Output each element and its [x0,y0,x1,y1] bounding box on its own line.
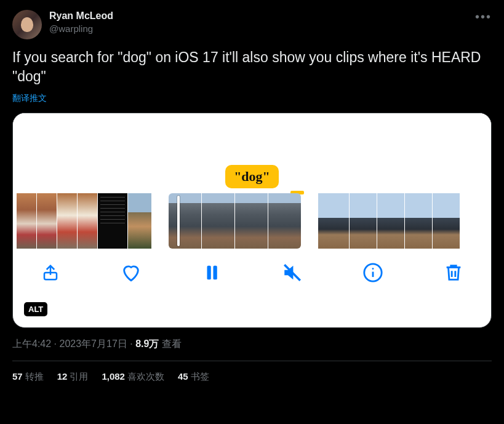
speaker-muted-icon [282,262,303,283]
thumbnail [202,193,234,249]
media-whitespace-top [13,113,491,165]
tweet-time[interactable]: 上午4:42 [12,338,51,349]
retweets-stat[interactable]: 57转推 [12,371,44,383]
views-count: 8.9万 [135,338,159,349]
clip-group-right[interactable] [318,193,460,249]
thumbnail [17,193,36,249]
svg-rect-2 [214,266,217,280]
tweet-header: Ryan McLeod @warpling ••• [12,10,492,39]
thumbnail [405,193,432,249]
caption-row: "dog" [13,165,491,193]
quotes-stat[interactable]: 12引用 [57,371,89,383]
translate-link[interactable]: 翻译推文 [12,93,47,104]
share-button[interactable] [40,262,61,283]
info-icon [362,262,383,283]
likes-stat[interactable]: 1,082喜欢次数 [102,371,164,383]
media-toolbar [13,249,491,302]
svg-rect-1 [207,266,211,280]
display-name: Ryan McLeod [49,10,468,23]
avatar[interactable] [12,10,42,39]
thumbnail [98,193,127,249]
views-label: 查看 [159,338,181,349]
trash-icon [443,262,464,283]
thumbnail [235,193,268,249]
thumbnail [318,193,349,249]
info-button[interactable] [362,262,383,283]
tweet-text: If you search for "dog" on iOS 17 it'll … [12,48,492,86]
user-block[interactable]: Ryan McLeod @warpling [49,10,468,34]
thumbnail [350,193,377,249]
video-timeline[interactable] [13,193,491,249]
bookmarks-stat[interactable]: 45书签 [178,371,209,383]
svg-point-6 [372,268,374,270]
tweet-meta: 上午4:42 · 2023年7月17日 · 8.9万 查看 [12,338,492,351]
heart-icon [121,262,142,283]
thumbnail [169,193,201,249]
caption-tag: "dog" [225,165,279,188]
thumbnail [128,193,151,249]
thumbnail [78,193,97,249]
thumbnail [433,193,460,249]
user-handle: @warpling [49,23,468,35]
thumbnail [57,193,77,249]
clip-group-left[interactable] [17,193,151,249]
thumbnail [37,193,57,249]
share-icon [41,263,60,282]
tweet-date[interactable]: 2023年7月17日 [59,338,127,349]
alt-badge[interactable]: ALT [24,302,47,316]
thumbnail [268,193,301,249]
stats-row: 57转推 12引用 1,082喜欢次数 45书签 [12,361,492,383]
like-button[interactable] [121,262,142,283]
mute-button[interactable] [282,262,303,283]
clip-group-current[interactable] [169,193,301,249]
media-card: "dog" [12,113,492,328]
thumbnail [377,193,404,249]
tweet-container: Ryan McLeod @warpling ••• If you search … [0,0,504,393]
delete-button[interactable] [443,262,464,283]
pause-icon [202,263,221,282]
pause-button[interactable] [201,262,222,283]
more-options-button[interactable]: ••• [475,10,492,20]
